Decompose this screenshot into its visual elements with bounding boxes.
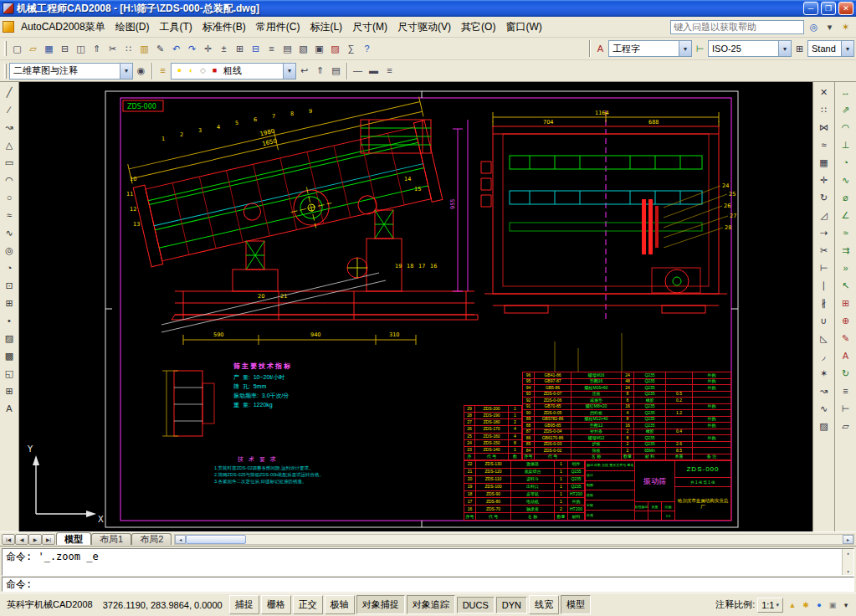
edit-spline-icon[interactable]: ∿ [816, 401, 832, 417]
center-mark-icon[interactable]: ⊕ [838, 313, 853, 329]
chamfer-icon[interactable]: ◺ [816, 331, 832, 346]
rectangle-icon[interactable]: ▭ [2, 155, 18, 171]
menu-item[interactable]: 尺寸(M) [347, 18, 392, 37]
dim-edit-icon[interactable]: ✎ [838, 331, 853, 346]
edit-hatch-icon[interactable]: ▨ [816, 418, 832, 434]
toggle-对象捕捉[interactable]: 对象捕捉 [356, 595, 405, 614]
explode-icon[interactable]: ✶ [816, 366, 832, 382]
toolbar-grip[interactable] [4, 41, 7, 56]
quick-dim-icon[interactable]: ≈ [838, 225, 853, 241]
scroll-right-icon[interactable]: ▸ [843, 535, 853, 544]
lineweight-control-icon[interactable]: ▬ [366, 63, 382, 79]
open-icon[interactable]: ▱ [25, 41, 41, 57]
scroll-left-icon[interactable]: ◂ [175, 535, 186, 544]
scale-icon[interactable]: ◿ [816, 208, 832, 223]
table-icon[interactable]: ⊞ [2, 383, 18, 399]
trim-icon[interactable]: ✂ [816, 243, 832, 259]
menu-item[interactable]: 标注(L) [305, 18, 347, 37]
array-icon[interactable]: ▦ [816, 155, 832, 171]
menu-item[interactable]: 常用件(C) [251, 18, 305, 37]
toggle-极轴[interactable]: 极轴 [325, 595, 355, 614]
toggle-对象追踪[interactable]: 对象追踪 [407, 595, 455, 614]
model-space-canvas[interactable]: ZDS-000 [19, 82, 812, 531]
layer-color-chip[interactable]: ■ [209, 64, 220, 77]
toolbar-grip[interactable] [4, 64, 7, 79]
publish-icon[interactable]: ⇑ [89, 41, 105, 57]
pan-icon[interactable]: ✛ [200, 41, 216, 57]
stretch-icon[interactable]: ⇢ [816, 225, 832, 241]
tab-布局2[interactable]: 布局2 [131, 533, 172, 545]
erase-icon[interactable]: ✕ [816, 85, 832, 100]
diameter-dim-icon[interactable]: ⌀ [838, 190, 853, 206]
circle-icon[interactable]: ○ [2, 190, 18, 206]
plot-preview-icon[interactable]: ◫ [73, 41, 89, 57]
layer-previous-icon[interactable]: ↩ [296, 63, 312, 79]
close-button[interactable]: ✕ [838, 2, 853, 15]
point-icon[interactable]: • [2, 313, 18, 329]
designcenter-icon[interactable]: ▤ [279, 41, 295, 57]
restore-button[interactable]: ❐ [821, 2, 836, 15]
ellipse-icon[interactable]: ◎ [2, 243, 18, 259]
menu-app-icon[interactable] [3, 21, 14, 33]
break-at-point-icon[interactable]: ∣ [816, 278, 832, 294]
workspace-combo[interactable]: 二维草图与注释 ▾ [9, 63, 133, 80]
region-icon[interactable]: ◱ [2, 366, 18, 382]
combo-arrow-icon[interactable]: ▾ [120, 64, 132, 79]
toggle-DUCS[interactable]: DUCS [457, 597, 495, 613]
minimize-button[interactable]: ─ [803, 2, 818, 15]
copy-clip-icon[interactable]: ∷ [120, 41, 136, 57]
menu-item[interactable]: 标准件(B) [197, 18, 251, 37]
ellipse-arc-icon[interactable]: ◔ [2, 260, 18, 276]
search-options-icon[interactable]: ▾ [822, 19, 838, 35]
offset-icon[interactable]: ≈ [816, 137, 832, 153]
linetype-control-icon[interactable]: — [350, 63, 366, 79]
copy-object-icon[interactable]: ∷ [816, 102, 832, 118]
tab-next-icon[interactable]: ▶ [28, 534, 42, 545]
workspace-settings-icon[interactable]: ◉ [133, 63, 149, 79]
infocenter-star-icon[interactable]: ✶ [838, 19, 853, 35]
horizontal-scrollbar[interactable]: ◂ ▸ [174, 534, 854, 545]
linear-dim-icon[interactable]: ↔ [838, 85, 853, 100]
scroll-down-icon[interactable]: ▾ [847, 568, 850, 574]
toggle-线宽[interactable]: 线宽 [529, 595, 559, 614]
fillet-icon[interactable]: ◞ [816, 348, 832, 364]
paste-icon[interactable]: ▥ [136, 41, 152, 57]
dim-style-icon[interactable]: ⊢ [692, 41, 708, 57]
layer-unlock-icon[interactable]: ◇ [197, 64, 208, 77]
dim-style-combo[interactable]: ISO-25 ▾ [708, 40, 792, 57]
move-icon[interactable]: ✛ [816, 172, 832, 188]
combo-arrow-icon[interactable]: ▾ [679, 41, 691, 56]
command-input[interactable]: 命令: [2, 577, 854, 592]
save-icon[interactable]: ▦ [41, 41, 57, 57]
mtext-icon[interactable]: A [2, 401, 18, 417]
menu-item[interactable]: 绘图(D) [110, 18, 155, 37]
layer-states-icon[interactable]: ▤ [328, 63, 344, 79]
tab-布局1[interactable]: 布局1 [91, 533, 131, 545]
make-object-layer-current-icon[interactable]: ⇑ [312, 63, 328, 79]
annotation-scale-value[interactable]: 1:1 ▾ [757, 598, 783, 613]
leader-icon[interactable]: ↖ [838, 278, 853, 294]
toggle-DYN[interactable]: DYN [496, 597, 527, 613]
scrollbar-thumb[interactable] [186, 535, 246, 544]
ordinate-dim-icon[interactable]: ⊥ [838, 137, 853, 153]
polygon-icon[interactable]: △ [2, 137, 18, 153]
undo-icon[interactable]: ↶ [168, 41, 184, 57]
area-icon[interactable]: ▱ [838, 418, 853, 434]
toggle-模型[interactable]: 模型 [561, 595, 591, 614]
make-block-icon[interactable]: ⊞ [2, 295, 18, 311]
match-properties-icon[interactable]: ✎ [152, 41, 168, 57]
jogged-dim-icon[interactable]: ∿ [838, 172, 853, 188]
toggle-捕捉[interactable]: 捕捉 [229, 595, 259, 614]
menu-item[interactable]: 工具(T) [154, 18, 197, 37]
hatch-icon[interactable]: ▨ [2, 331, 18, 346]
gradient-icon[interactable]: ▩ [2, 348, 18, 364]
command-history[interactable]: 命令: '_.zoom _e ▴ ▾ [2, 548, 854, 576]
revcloud-icon[interactable]: ≈ [2, 208, 18, 223]
zoom-realtime-icon[interactable]: ± [216, 41, 232, 57]
tab-last-icon[interactable]: ▶| [42, 534, 55, 545]
combo-arrow-icon[interactable]: ▾ [778, 41, 791, 56]
command-scrollbar[interactable]: ▴ ▾ [842, 549, 853, 575]
spline-icon[interactable]: ∿ [2, 225, 18, 241]
tab-prev-icon[interactable]: ◀ [15, 534, 28, 545]
aligned-dim-icon[interactable]: ⇗ [838, 102, 853, 118]
